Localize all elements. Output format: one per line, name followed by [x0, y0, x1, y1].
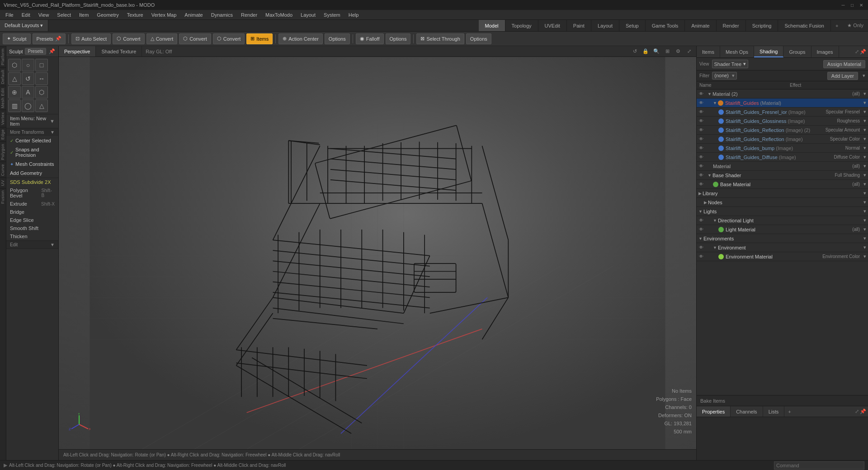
- row-options-18[interactable]: ▾: [863, 244, 868, 250]
- row-options-9[interactable]: ▾: [863, 163, 868, 169]
- tab-setup[interactable]: Setup: [619, 20, 646, 31]
- menu-dynamics[interactable]: Dynamics: [208, 11, 236, 19]
- menu-view[interactable]: View: [35, 11, 53, 19]
- vp-tool-lock[interactable]: 🔒: [641, 47, 650, 56]
- btab-channels[interactable]: Channels: [731, 406, 763, 417]
- row-options-15[interactable]: ▾: [863, 217, 868, 223]
- bake-items-bar[interactable]: Bake Items: [697, 395, 868, 406]
- center-selected-item[interactable]: ✓ Center Selected: [6, 136, 58, 145]
- maximize-button[interactable]: □: [849, 2, 855, 8]
- row-options-11[interactable]: ▾: [863, 181, 868, 187]
- filter-dropdown[interactable]: (none) ▾: [712, 72, 737, 80]
- vis-fresnel[interactable]: 👁: [697, 109, 706, 114]
- row-options-12[interactable]: ▾: [863, 190, 868, 196]
- row-options-3[interactable]: ▾: [863, 109, 868, 115]
- icon-btn-7[interactable]: ⊕: [8, 86, 21, 99]
- menu-vertex-map[interactable]: Vertex Map: [148, 11, 180, 19]
- options-button-1[interactable]: Options: [325, 33, 350, 44]
- menu-geometry[interactable]: Geometry: [93, 11, 122, 19]
- row-options-17[interactable]: ▾: [863, 235, 868, 241]
- menu-layout[interactable]: Layout: [297, 11, 319, 19]
- falloff-button[interactable]: ◉ Falloff: [356, 33, 384, 44]
- icon-btn-1[interactable]: ⬡: [8, 59, 21, 71]
- tree-expand-stairlift[interactable]: ▼: [713, 101, 717, 105]
- row-options-7[interactable]: ▾: [863, 145, 868, 151]
- vp-tool-search[interactable]: 🔍: [652, 47, 661, 56]
- tree-expand-dir-light[interactable]: ▼: [713, 218, 717, 223]
- menu-select[interactable]: Select: [53, 11, 75, 19]
- shader-row-library[interactable]: ▶ Library ▾: [697, 189, 868, 198]
- items-button[interactable]: ⊞ Items: [246, 33, 273, 44]
- vtab-default[interactable]: Default: [0, 67, 6, 86]
- vtab-curve[interactable]: Curve: [0, 162, 6, 178]
- btab-properties[interactable]: Properties: [697, 406, 731, 417]
- row-options-5[interactable]: ▾: [863, 127, 868, 133]
- row-options-6[interactable]: ▾: [863, 136, 868, 142]
- rtab-shading[interactable]: Shading: [754, 46, 783, 57]
- close-button[interactable]: ✕: [858, 2, 864, 8]
- smooth-shift-item[interactable]: Smooth Shift: [6, 224, 58, 232]
- icon-btn-8[interactable]: A: [22, 86, 34, 99]
- assign-material-button[interactable]: Assign Material: [823, 60, 865, 68]
- sculpt-button[interactable]: ✦ Sculpt: [3, 33, 31, 44]
- view-dropdown[interactable]: Shader Tree ▾: [712, 60, 749, 68]
- convert-button-2[interactable]: △ Convert: [146, 33, 178, 44]
- shader-row-base-shader[interactable]: 👁 ▼ Base Shader Full Shading ▾: [697, 171, 868, 180]
- icon-btn-12[interactable]: △: [35, 99, 48, 112]
- shader-row-lights[interactable]: ▼ Lights ▾: [697, 207, 868, 216]
- extrude-item[interactable]: Extrude Shift-X: [6, 200, 58, 208]
- shader-row-environments[interactable]: ▼ Environments ▾: [697, 234, 868, 243]
- tab-topology[interactable]: Topology: [505, 20, 538, 31]
- row-options-14[interactable]: ▾: [863, 208, 868, 214]
- tab-model[interactable]: Model: [479, 20, 505, 31]
- vis-reflection-2[interactable]: 👁: [697, 127, 706, 132]
- shader-row-reflection[interactable]: 👁 Stairlift_Guides_Reflection (Image) Sp…: [697, 135, 868, 144]
- presets-bar-button[interactable]: Presets: [25, 48, 47, 55]
- vp-tool-maximize[interactable]: ⤢: [684, 47, 693, 56]
- icon-btn-10[interactable]: ▥: [8, 99, 21, 112]
- vtab-uv[interactable]: UV: [0, 178, 6, 188]
- vtab-mesh-edit[interactable]: Mesh Edit: [0, 86, 6, 110]
- sds-subdivide-item[interactable]: SDS Subdivide 2X: [6, 178, 58, 186]
- tab-uvedit[interactable]: UVEdit: [538, 20, 567, 31]
- tree-expand-lights[interactable]: ▼: [698, 209, 703, 214]
- options-button-2[interactable]: Options: [386, 33, 411, 44]
- menu-animate[interactable]: Animate: [181, 11, 206, 19]
- icon-btn-3[interactable]: □: [35, 59, 48, 71]
- thicken-item[interactable]: Thicken: [6, 232, 58, 240]
- vtab-fusion[interactable]: Fusion: [0, 188, 6, 206]
- edge-slice-item[interactable]: Edge Slice: [6, 216, 58, 224]
- auto-select-button[interactable]: ⊡ Auto Select: [71, 33, 111, 44]
- vtab-polygon[interactable]: Polygon: [0, 141, 6, 162]
- tab-paint[interactable]: Paint: [567, 20, 591, 31]
- row-options-16[interactable]: ▾: [863, 226, 868, 232]
- menu-file[interactable]: File: [2, 11, 17, 19]
- menu-edit[interactable]: Edit: [18, 11, 34, 19]
- shader-row-fresnel[interactable]: 👁 Stairlift_Guides_Fresnel_ior (Image) S…: [697, 108, 868, 117]
- tab-render[interactable]: Render: [717, 20, 746, 31]
- vis-material[interactable]: 👁: [697, 164, 706, 169]
- tab-scripting[interactable]: Scripting: [746, 20, 778, 31]
- vis-dir-light[interactable]: 👁: [697, 218, 706, 223]
- tree-expand-base-shader[interactable]: ▼: [708, 173, 712, 178]
- vis-diffuse[interactable]: 👁: [697, 155, 706, 160]
- icon-btn-9[interactable]: ⬡: [35, 86, 48, 99]
- rtab-items[interactable]: Items: [697, 46, 720, 57]
- shader-row-light-material[interactable]: 👁 Light Material (all) ▾: [697, 225, 868, 234]
- options-button-3[interactable]: Options: [466, 33, 491, 44]
- vis-reflection[interactable]: 👁: [697, 136, 706, 141]
- vis-base-material[interactable]: 👁: [697, 182, 706, 187]
- icon-btn-5[interactable]: ↺: [22, 72, 34, 85]
- add-layer-button[interactable]: Add Layer: [827, 72, 858, 80]
- vtab-vertex[interactable]: Vertex: [0, 110, 6, 127]
- minimize-button[interactable]: ─: [840, 2, 846, 8]
- command-input[interactable]: [774, 461, 864, 470]
- rtab-groups[interactable]: Groups: [783, 46, 811, 57]
- row-options-10[interactable]: ▾: [863, 172, 868, 178]
- edit-header[interactable]: Edit ▼: [6, 241, 58, 249]
- mesh-constraints-item[interactable]: ✦ Mesh Constraints: [6, 160, 58, 169]
- vp-tab-perspective[interactable]: Perspective: [59, 46, 96, 56]
- tree-expand-environment[interactable]: ▼: [713, 245, 717, 250]
- btab-add[interactable]: +: [784, 406, 794, 417]
- row-options-2[interactable]: ▾: [863, 100, 868, 106]
